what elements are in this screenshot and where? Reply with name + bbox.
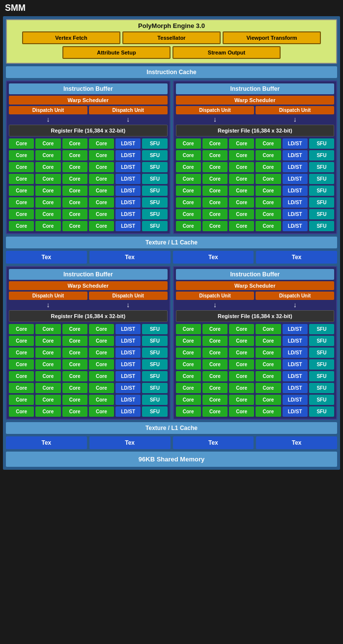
sfu-cell: SFU bbox=[309, 359, 334, 370]
instr-buf-2r: Instruction Buffer bbox=[176, 269, 335, 280]
dispatch-unit-2lb: Dispatch Unit bbox=[89, 292, 168, 300]
sfu-cell: SFU bbox=[309, 348, 334, 358]
smm-title: SMM bbox=[0, 0, 343, 16]
core-row: Core Core Core Core LD/ST SFU bbox=[176, 359, 335, 370]
reg-file-1r: Register File (16,384 x 32-bit) bbox=[176, 125, 335, 136]
sfu-cell: SFU bbox=[142, 371, 167, 381]
ldst-cell: LD/ST bbox=[283, 197, 308, 208]
ldst-cell: LD/ST bbox=[283, 336, 308, 346]
core-cell: Core bbox=[229, 221, 254, 231]
core-cell: Core bbox=[256, 324, 281, 334]
sfu-cell: SFU bbox=[309, 209, 334, 219]
core-cell: Core bbox=[35, 162, 60, 172]
core-cell: Core bbox=[62, 150, 87, 161]
ldst-cell: LD/ST bbox=[283, 186, 308, 196]
core-cell: Core bbox=[202, 162, 228, 172]
core-cell: Core bbox=[89, 324, 114, 334]
core-cell: Core bbox=[202, 359, 228, 370]
core-cell: Core bbox=[229, 209, 254, 219]
ldst-cell: LD/ST bbox=[283, 209, 308, 219]
core-cell: Core bbox=[256, 395, 281, 405]
core-cell: Core bbox=[89, 197, 114, 208]
core-cell: Core bbox=[176, 383, 201, 393]
warp-sched-2l: Warp Scheduler bbox=[9, 281, 168, 290]
core-cell: Core bbox=[9, 348, 34, 358]
core-cell: Core bbox=[202, 383, 228, 393]
core-cell: Core bbox=[229, 406, 254, 417]
tex-cell-1d: Tex bbox=[256, 251, 337, 264]
core-cell: Core bbox=[35, 186, 60, 196]
ldst-cell: LD/ST bbox=[115, 150, 141, 161]
core-row: Core Core Core Core LD/ST SFU bbox=[9, 348, 168, 358]
core-cell: Core bbox=[176, 209, 201, 219]
core-cell: Core bbox=[176, 138, 201, 149]
core-cell: Core bbox=[229, 197, 254, 208]
core-cell: Core bbox=[35, 395, 60, 405]
core-cell: Core bbox=[89, 406, 114, 417]
warp-sched-1l: Warp Scheduler bbox=[9, 96, 168, 105]
core-row: Core Core Core Core LD/ST SFU bbox=[176, 348, 335, 358]
core-cell: Core bbox=[256, 371, 281, 381]
core-cell: Core bbox=[202, 138, 228, 149]
core-cell: Core bbox=[35, 221, 60, 231]
core-cell: Core bbox=[229, 383, 254, 393]
reg-file-1l: Register File (16,384 x 32-bit) bbox=[9, 125, 168, 136]
core-row: Core Core Core Core LD/ST SFU bbox=[176, 395, 335, 405]
polymorph-box: PolyMorph Engine 3.0 Vertex Fetch Tessel… bbox=[6, 19, 337, 64]
dispatch-unit-2ra: Dispatch Unit bbox=[176, 292, 255, 300]
core-cell: Core bbox=[256, 383, 281, 393]
core-row: Core Core Core Core LD/ST SFU bbox=[9, 359, 168, 370]
tex-cell-2a: Tex bbox=[6, 436, 87, 449]
ldst-cell: LD/ST bbox=[115, 174, 141, 184]
core-cell: Core bbox=[202, 395, 228, 405]
core-grid-1r: Core Core Core Core LD/ST SFU Core Core … bbox=[176, 138, 335, 231]
core-cell: Core bbox=[229, 348, 254, 358]
arrow-2ra: ↓ bbox=[176, 301, 255, 309]
core-cell: Core bbox=[35, 336, 60, 346]
dispatch-unit-1ra: Dispatch Unit bbox=[176, 106, 255, 114]
core-cell: Core bbox=[89, 221, 114, 231]
core-cell: Core bbox=[89, 138, 114, 149]
core-row: Core Core Core Core LD/ST SFU bbox=[9, 383, 168, 393]
sm-half-2-right: Instruction Buffer Warp Scheduler Dispat… bbox=[173, 266, 338, 420]
core-cell: Core bbox=[202, 150, 228, 161]
core-cell: Core bbox=[89, 174, 114, 184]
core-row: Core Core Core Core LD/ST SFU bbox=[176, 162, 335, 172]
reg-file-2l: Register File (16,384 x 32-bit) bbox=[9, 310, 168, 322]
core-row: Core Core Core Core LD/ST SFU bbox=[9, 209, 168, 219]
dispatch-unit-1lb: Dispatch Unit bbox=[89, 106, 168, 114]
core-cell: Core bbox=[89, 348, 114, 358]
core-cell: Core bbox=[89, 371, 114, 381]
ldst-cell: LD/ST bbox=[115, 406, 141, 417]
core-cell: Core bbox=[62, 324, 87, 334]
sfu-cell: SFU bbox=[309, 162, 334, 172]
core-cell: Core bbox=[62, 138, 87, 149]
core-cell: Core bbox=[256, 186, 281, 196]
ldst-cell: LD/ST bbox=[115, 336, 141, 346]
core-cell: Core bbox=[9, 395, 34, 405]
core-cell: Core bbox=[202, 186, 228, 196]
sfu-cell: SFU bbox=[309, 174, 334, 184]
tex-cell-2d: Tex bbox=[256, 436, 337, 449]
core-grid-2r: Core Core Core Core LD/ST SFU Core Core … bbox=[176, 324, 335, 417]
core-cell: Core bbox=[89, 395, 114, 405]
core-row: Core Core Core Core LD/ST SFU bbox=[176, 383, 335, 393]
ldst-cell: LD/ST bbox=[283, 395, 308, 405]
ldst-cell: LD/ST bbox=[283, 383, 308, 393]
instr-buf-1r: Instruction Buffer bbox=[176, 83, 335, 94]
sfu-cell: SFU bbox=[142, 197, 167, 208]
core-cell: Core bbox=[35, 406, 60, 417]
ldst-cell: LD/ST bbox=[115, 209, 141, 219]
core-cell: Core bbox=[176, 186, 201, 196]
core-grid-2l: Core Core Core Core LD/ST SFU Core Core … bbox=[9, 324, 168, 417]
sm-half-1-right: Instruction Buffer Warp Scheduler Dispat… bbox=[173, 80, 338, 234]
core-cell: Core bbox=[35, 371, 60, 381]
core-cell: Core bbox=[256, 209, 281, 219]
texture-l1-bar-1: Texture / L1 Cache bbox=[6, 237, 337, 248]
core-cell: Core bbox=[256, 197, 281, 208]
core-cell: Core bbox=[176, 348, 201, 358]
core-cell: Core bbox=[202, 406, 228, 417]
core-cell: Core bbox=[229, 359, 254, 370]
arrow-1lb: ↓ bbox=[89, 115, 168, 123]
core-cell: Core bbox=[9, 209, 34, 219]
